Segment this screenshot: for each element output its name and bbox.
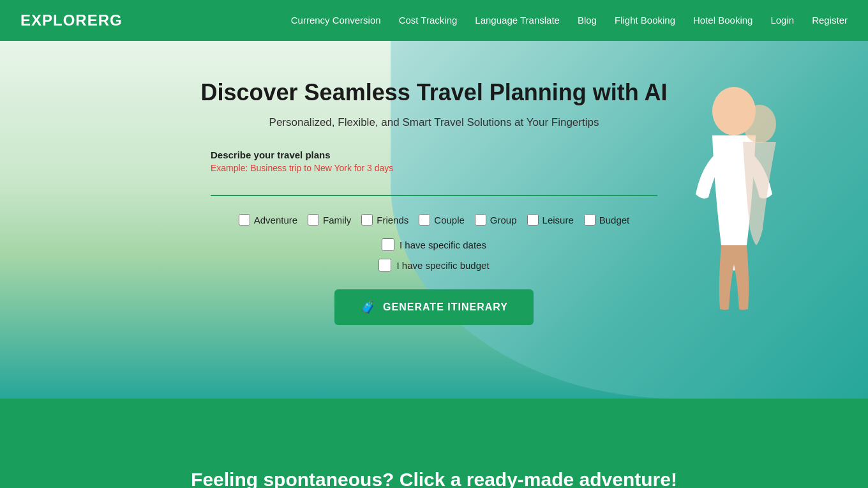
nav-link-cost-tracking[interactable]: Cost Tracking — [399, 15, 458, 26]
nav-link-blog[interactable]: Blog — [578, 15, 597, 26]
nav-link-language-translate[interactable]: Language Translate — [475, 15, 560, 26]
specific-checkbox-cb-dates[interactable] — [382, 238, 394, 251]
hero-title: Discover Seamless Travel Planning with A… — [185, 79, 683, 106]
checkbox-item-cb-family[interactable]: Family — [308, 214, 351, 225]
specific-item-cb-budget2[interactable]: I have specific budget — [378, 259, 489, 271]
checkbox-label-cb-adventure: Adventure — [254, 215, 297, 225]
checkbox-label-cb-family: Family — [323, 215, 351, 225]
travel-input[interactable] — [211, 176, 657, 196]
checkbox-cb-adventure[interactable] — [239, 214, 250, 225]
travel-form: Describe your travel plans Example: Busi… — [185, 149, 683, 325]
generate-btn-label: GENERATE ITINERARY — [383, 301, 508, 313]
specific-label-cb-budget2: I have specific budget — [396, 260, 489, 271]
hero-subtitle: Personalized, Flexible, and Smart Travel… — [185, 116, 683, 129]
specific-item-cb-dates[interactable]: I have specific dates — [382, 238, 486, 251]
form-placeholder: Example: Business trip to New York for 3… — [211, 163, 657, 173]
specific-label-cb-dates: I have specific dates — [400, 240, 486, 250]
checkbox-item-cb-friends[interactable]: Friends — [361, 214, 408, 225]
checkbox-label-cb-couple: Couple — [434, 215, 465, 225]
wave-section: Feeling spontaneous? Click a ready-made … — [0, 399, 868, 488]
checkbox-item-cb-group[interactable]: Group — [475, 214, 517, 225]
checkbox-cb-leisure[interactable] — [527, 214, 539, 225]
specific-options: I have specific datesI have specific bud… — [211, 238, 657, 271]
navbar: EXPLORERG Currency ConversionCost Tracki… — [0, 0, 868, 41]
checkbox-item-cb-budget[interactable]: Budget — [584, 214, 630, 225]
checkbox-cb-budget[interactable] — [584, 214, 595, 225]
checkbox-label-cb-leisure: Leisure — [542, 215, 574, 225]
nav-link-currency-conversion[interactable]: Currency Conversion — [291, 15, 381, 26]
checkbox-cb-friends[interactable] — [361, 214, 373, 225]
nav-link-flight-booking[interactable]: Flight Booking — [615, 15, 675, 26]
nav-links: Currency ConversionCost TrackingLanguage… — [291, 15, 848, 26]
trip-type-checkboxes: AdventureFamilyFriendsCoupleGroupLeisure… — [211, 214, 657, 225]
checkbox-label-cb-group: Group — [490, 215, 517, 225]
checkbox-label-cb-budget: Budget — [599, 215, 630, 225]
checkbox-item-cb-adventure[interactable]: Adventure — [239, 214, 297, 225]
hero-content: Discover Seamless Travel Planning with A… — [160, 41, 708, 376]
checkbox-item-cb-couple[interactable]: Couple — [419, 214, 465, 225]
itinerary-icon: 🧳 — [360, 300, 377, 315]
nav-link-hotel-booking[interactable]: Hotel Booking — [693, 15, 752, 26]
checkbox-cb-family[interactable] — [308, 214, 319, 225]
svg-point-1 — [743, 105, 776, 143]
nav-link-login[interactable]: Login — [770, 15, 794, 26]
wave-top — [0, 399, 868, 450]
generate-itinerary-button[interactable]: 🧳 GENERATE ITINERARY — [334, 289, 534, 325]
checkbox-cb-couple[interactable] — [419, 214, 430, 225]
nav-link-register[interactable]: Register — [812, 15, 848, 26]
checkbox-item-cb-leisure[interactable]: Leisure — [527, 214, 574, 225]
checkbox-label-cb-friends: Friends — [377, 215, 408, 225]
form-label: Describe your travel plans — [211, 149, 657, 160]
logo[interactable]: EXPLORERG — [20, 11, 123, 29]
spontaneous-section: Feeling spontaneous? Click a ready-made … — [0, 450, 868, 488]
spontaneous-title: Feeling spontaneous? Click a ready-made … — [13, 469, 855, 488]
hero-section: Discover Seamless Travel Planning with A… — [0, 41, 868, 399]
specific-checkbox-cb-budget2[interactable] — [378, 259, 391, 271]
checkbox-cb-group[interactable] — [475, 214, 486, 225]
